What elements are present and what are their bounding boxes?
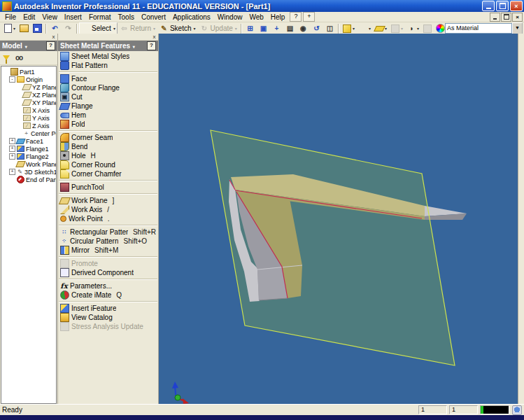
tree-item-part1[interactable]: Part1 — [1, 68, 56, 76]
minimize-button[interactable] — [482, 1, 495, 11]
tree-item-yz-plane[interactable]: YZ Plane — [1, 83, 56, 91]
menu-format[interactable]: Format — [85, 13, 115, 22]
feature-work-plane[interactable]: Work Plane] — [58, 196, 158, 205]
close-icon[interactable]: x — [151, 34, 157, 40]
close-button[interactable]: × — [510, 1, 523, 11]
zoom-selected-button[interactable]: ▤ — [283, 22, 297, 34]
tree-item-center-point[interactable]: +Center Point — [1, 130, 56, 137]
help-topics-button[interactable]: ? — [290, 12, 302, 22]
tree-item-xy-plane[interactable]: XY Plane — [1, 99, 56, 106]
feature-insert-ifeature[interactable]: Insert iFeature — [58, 304, 158, 313]
feature-cut[interactable]: ▣Cut — [58, 92, 158, 102]
work-plane-face[interactable] — [211, 130, 455, 365]
menu-window[interactable]: Window — [214, 13, 246, 22]
model-panel-grab-bar[interactable]: x — [0, 34, 57, 41]
expand-toggle[interactable]: + — [9, 146, 15, 152]
menu-convert[interactable]: Convert — [138, 13, 169, 22]
filter-icon[interactable] — [3, 55, 10, 60]
expand-toggle[interactable]: + — [9, 169, 15, 175]
select-button[interactable]: Select▾ — [79, 22, 118, 34]
document-close-button[interactable]: × — [512, 13, 523, 22]
feature-fold[interactable]: Fold — [58, 120, 158, 129]
pan-button[interactable]: + — [270, 22, 283, 34]
feature-corner-chamfer[interactable]: Corner Chamfer — [58, 169, 158, 178]
menu-help[interactable]: Help — [267, 13, 289, 22]
graphics-viewport[interactable] — [159, 34, 518, 405]
zoom-button[interactable]: ◉ — [297, 22, 310, 34]
expand-toggle[interactable]: - — [9, 76, 15, 83]
tree-item-end-of-part[interactable]: End of Part — [1, 176, 56, 183]
zoom-window-button[interactable]: ▣ — [257, 22, 270, 34]
feature-corner-seam[interactable]: Corner Seam — [58, 133, 158, 142]
feature-work-point[interactable]: Work Point. — [58, 214, 158, 223]
undo-button[interactable]: ↶ — [48, 22, 62, 34]
menu-insert[interactable]: Insert — [61, 13, 85, 22]
tree-item-origin[interactable]: -Origin — [1, 76, 56, 83]
restore-button[interactable] — [496, 1, 509, 11]
expand-toggle[interactable]: + — [9, 138, 15, 144]
feature-hem[interactable]: Hem — [58, 111, 158, 120]
tree-item-face1[interactable]: +Face1 — [1, 137, 56, 145]
rotate-button[interactable]: ↺ — [310, 22, 323, 34]
shaded-display-button[interactable]: ▾ — [341, 22, 357, 34]
analysis-visibility-button[interactable]: ◗▾ — [405, 22, 421, 34]
wireframe-display-button[interactable]: ▾ — [373, 22, 389, 34]
look-at-button[interactable]: ◫ — [323, 22, 337, 34]
tree-item-y-axis[interactable]: ∕Y Axis — [1, 114, 56, 122]
open-button[interactable] — [17, 22, 31, 34]
tree-item-label: Center Point — [31, 130, 57, 137]
feature-flange[interactable]: Flange — [58, 102, 158, 111]
color-override-combo[interactable]: As Material▼ — [436, 23, 523, 34]
sketch-button[interactable]: ✎Sketch▾ — [157, 22, 198, 34]
feature-sheet-metal-styles[interactable]: Sheet Metal Styles — [58, 52, 158, 61]
hidden-edge-display-button[interactable]: ▾ — [357, 22, 373, 34]
feature-punchtool[interactable]: PunchTool — [58, 183, 158, 192]
add-button[interactable]: + — [303, 12, 315, 22]
feature-create-imate[interactable]: Create iMateQ — [58, 290, 158, 300]
feature-face[interactable]: Face — [58, 74, 158, 83]
tree-item-work-plane1[interactable]: Work Plane1 — [1, 160, 56, 168]
combo-dropdown-button[interactable]: ▼ — [512, 22, 523, 34]
close-icon[interactable]: x — [50, 34, 57, 40]
feature-rectangular-pattern[interactable]: ∷Rectangular PatternShift+R — [58, 227, 158, 237]
feature-flat-pattern[interactable]: Flat Pattern — [58, 61, 158, 70]
find-icon[interactable]: oo — [15, 54, 22, 62]
tree-item-flange2[interactable]: +Flange2 — [1, 153, 56, 160]
menu-tools[interactable]: Tools — [115, 13, 138, 22]
feature-parameters-[interactable]: fxParameters... — [58, 281, 158, 290]
window-title: Autodesk Inventor Professional 11 - EDUC… — [14, 2, 481, 10]
document-restore-button[interactable] — [501, 13, 511, 22]
mirror-icon — [60, 246, 69, 255]
feature-mirror[interactable]: MirrorShift+M — [58, 246, 158, 255]
feature-bend[interactable]: Bend — [58, 142, 158, 151]
expand-toggle[interactable]: + — [9, 153, 15, 160]
menu-applications[interactable]: Applications — [169, 13, 214, 22]
zoom-all-button[interactable]: ⊞ — [243, 22, 257, 34]
menu-file[interactable]: File — [1, 13, 20, 22]
tree-item-flange1[interactable]: +Flange1 — [1, 145, 56, 153]
help-icon[interactable]: ? — [46, 41, 55, 50]
feature-circular-pattern[interactable]: ⁘Circular PatternShift+O — [58, 237, 158, 246]
menu-view[interactable]: View — [38, 13, 61, 22]
feature-contour-flange[interactable]: Contour Flange — [58, 83, 158, 92]
open-icon-shape — [20, 24, 29, 32]
feature-hole[interactable]: HoleH — [58, 151, 158, 160]
document-minimize-button[interactable] — [490, 13, 500, 22]
menu-edit[interactable]: Edit — [20, 13, 38, 22]
help-icon[interactable]: ? — [147, 41, 156, 50]
tree-item-xz-plane[interactable]: XZ Plane — [1, 91, 56, 99]
menu-web[interactable]: Web — [246, 13, 267, 22]
tree-item-x-axis[interactable]: ∕X Axis — [1, 106, 56, 114]
save-button[interactable] — [31, 22, 44, 34]
menu-bar: FileEditViewInsertFormatToolsConvertAppl… — [0, 12, 524, 22]
feature-corner-round[interactable]: Corner Round — [58, 160, 158, 169]
feature-view-catalog[interactable]: View Catalog — [58, 313, 158, 322]
tree-item-z-axis[interactable]: ∕Z Axis — [1, 122, 56, 130]
new-button[interactable]: ▾ — [1, 22, 17, 34]
feature-work-axis[interactable]: Work Axis/ — [58, 205, 158, 214]
feature-derived-component[interactable]: Derived Component — [58, 268, 158, 277]
features-panel-grab-bar[interactable]: x — [58, 34, 158, 41]
model-panel-header[interactable]: Model ▾ ? — [0, 41, 57, 51]
tree-item-3d-sketch1[interactable]: +✎3D Sketch1 — [1, 168, 56, 176]
features-panel-header[interactable]: Sheet Metal Features ▾ ? — [58, 41, 158, 51]
